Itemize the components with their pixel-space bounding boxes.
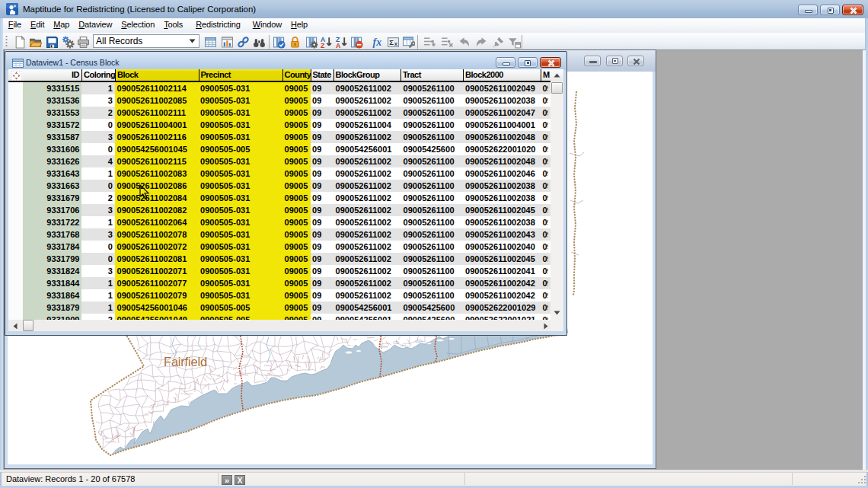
svg-text:Z: Z xyxy=(321,42,325,49)
svg-text:A: A xyxy=(336,42,341,49)
svg-text:fx: fx xyxy=(372,37,381,48)
svg-text:x: x xyxy=(394,41,397,46)
svg-text:Fairfield: Fairfield xyxy=(164,355,207,368)
svg-text:Σ: Σ xyxy=(389,38,394,46)
